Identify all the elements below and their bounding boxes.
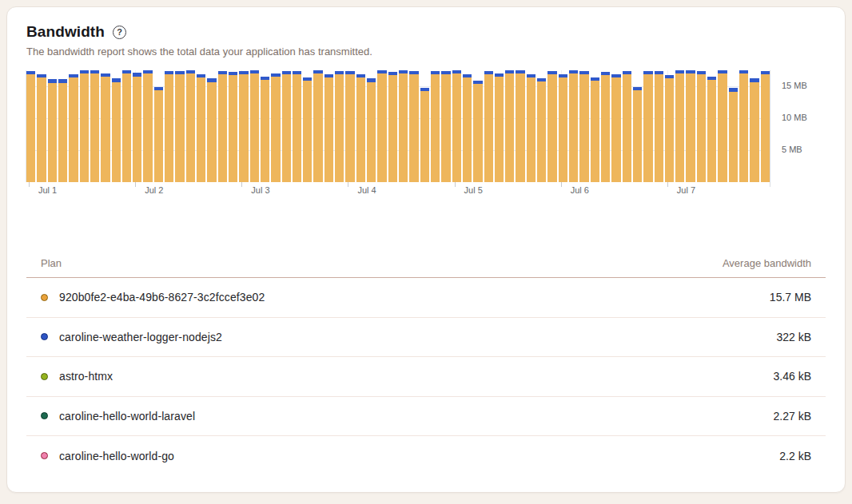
chart-bar[interactable] (324, 74, 333, 182)
chart-bar[interactable] (58, 79, 67, 182)
chart-bar[interactable] (420, 88, 429, 182)
bar-segment-base (37, 77, 46, 182)
chart-bar[interactable] (143, 70, 152, 182)
chart-bar[interactable] (559, 74, 567, 182)
chart-bar[interactable] (675, 70, 684, 182)
bar-segment-base (420, 91, 429, 182)
chart-bar[interactable] (473, 81, 482, 182)
chart-bar[interactable] (527, 74, 535, 182)
chart-bar[interactable] (761, 71, 770, 182)
bar-segment-base (601, 75, 610, 182)
chart-bar[interactable] (229, 72, 237, 182)
chart-bar[interactable] (26, 71, 35, 182)
table-row: caroline-weather-logger-nodejs2 322 kB (26, 318, 826, 358)
chart-bar[interactable] (313, 70, 322, 182)
chart-bar[interactable] (90, 70, 99, 182)
chart-bar[interactable] (537, 78, 546, 182)
chart-bar[interactable] (261, 77, 269, 182)
chart-bar[interactable] (409, 71, 418, 182)
bar-segment-base (345, 74, 354, 182)
chart-bar[interactable] (643, 71, 652, 182)
chart-bar[interactable] (633, 87, 642, 182)
chart-bar[interactable] (505, 70, 514, 182)
chart-bar[interactable] (516, 70, 524, 182)
chart-bar[interactable] (112, 78, 121, 182)
chart-bar[interactable] (718, 70, 727, 182)
plans-table: Plan Average bandwidth 920b0fe2-e4ba-49b… (26, 249, 826, 476)
chart-bar[interactable] (463, 74, 472, 182)
chart-bar[interactable] (186, 70, 195, 182)
bar-segment-base (729, 92, 738, 182)
chart-bar[interactable] (729, 88, 738, 182)
chart-bar[interactable] (80, 70, 89, 182)
bar-segment-base (750, 82, 758, 182)
chart-bar[interactable] (441, 71, 450, 182)
chart-bar[interactable] (601, 72, 610, 182)
chart-bar[interactable] (452, 70, 461, 182)
chart-bar[interactable] (367, 78, 376, 182)
bar-segment-base (261, 80, 269, 182)
chart-bar[interactable] (665, 75, 674, 182)
chart-bar[interactable] (750, 78, 758, 182)
chart-bar[interactable] (484, 71, 493, 182)
chart-bar[interactable] (591, 77, 599, 182)
chart-bar[interactable] (739, 70, 748, 182)
chart-bar[interactable] (569, 70, 578, 182)
bar-segment-base (452, 73, 461, 182)
chart-bar[interactable] (101, 73, 109, 182)
chart-bar[interactable] (579, 71, 588, 182)
bandwidth-chart: 5 MB10 MB15 MB Jul 1Jul 2Jul 3Jul 4Jul 5… (26, 70, 826, 201)
chart-bar[interactable] (335, 71, 344, 182)
chart-bar[interactable] (547, 71, 556, 182)
chart-bar[interactable] (293, 71, 301, 182)
bar-segment-base (718, 73, 727, 182)
chart-bar[interactable] (431, 71, 440, 182)
chart-bar[interactable] (686, 70, 695, 182)
x-axis-label: Jul 1 (38, 185, 57, 195)
chart-bar[interactable] (154, 87, 163, 182)
chart-bar[interactable] (495, 73, 504, 182)
chart-bar[interactable] (207, 78, 216, 182)
chart-bar[interactable] (165, 71, 173, 182)
chart-bar[interactable] (271, 73, 280, 182)
bar-segment-base (484, 74, 493, 182)
chart-bar[interactable] (175, 71, 184, 182)
chart-bar[interactable] (282, 71, 291, 182)
card-header: Bandwidth ? (26, 23, 826, 41)
chart-bar[interactable] (48, 79, 57, 182)
bar-segment-base (569, 73, 578, 182)
bar-segment-base (579, 74, 588, 182)
plan-cell: astro-htmx (41, 370, 113, 383)
chart-bar[interactable] (303, 77, 312, 182)
chart-bar[interactable] (623, 71, 631, 182)
chart-bar[interactable] (377, 70, 386, 182)
page-title: Bandwidth (26, 23, 105, 41)
chart-bar[interactable] (611, 74, 620, 182)
help-icon[interactable]: ? (113, 26, 126, 39)
column-header-average-bandwidth: Average bandwidth (723, 257, 811, 269)
page: { "header": { "title": "Bandwidth", "sub… (0, 0, 852, 504)
chart-bar[interactable] (655, 71, 663, 182)
plan-average-bandwidth: 15.7 MB (770, 291, 811, 304)
x-axis-label: Jul 4 (357, 185, 376, 195)
chart-right-axis-line (770, 70, 770, 187)
chart-bar[interactable] (707, 77, 716, 182)
bar-segment-base (197, 77, 205, 182)
bar-segment-base (133, 77, 141, 183)
x-axis-tick (135, 182, 136, 187)
chart-bar[interactable] (37, 74, 46, 182)
chart-bar[interactable] (122, 70, 131, 182)
chart-bar[interactable] (239, 71, 248, 182)
bar-segment-base (154, 90, 163, 182)
bar-segment-base (175, 74, 184, 182)
chart-bar[interactable] (69, 74, 78, 182)
chart-bar[interactable] (133, 73, 141, 182)
chart-bar[interactable] (345, 71, 354, 182)
chart-bar[interactable] (697, 71, 706, 182)
chart-bar[interactable] (356, 74, 365, 182)
chart-bar[interactable] (388, 72, 397, 182)
chart-bar[interactable] (399, 70, 408, 182)
chart-bar[interactable] (218, 71, 227, 182)
chart-bar[interactable] (250, 70, 259, 182)
chart-bar[interactable] (197, 74, 205, 182)
